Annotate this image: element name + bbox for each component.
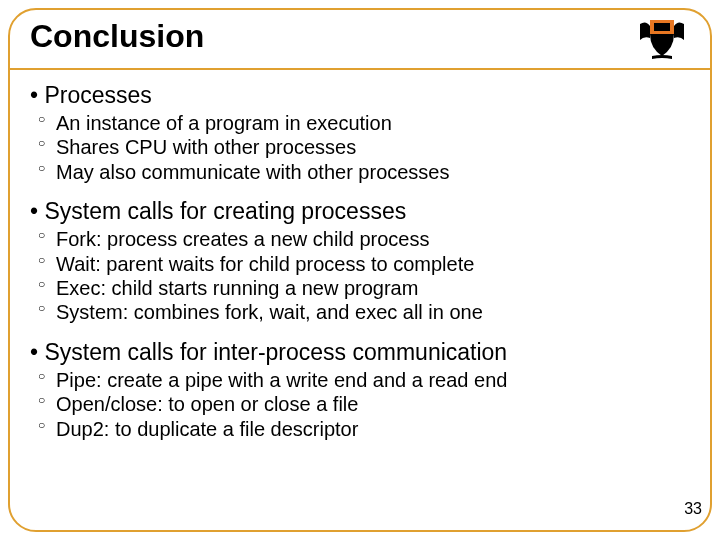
bullet-item: System: combines fork, wait, and exec al… [30, 300, 690, 324]
bullet-item: May also communicate with other processe… [30, 160, 690, 184]
bullet-item: An instance of a program in execution [30, 111, 690, 135]
section-heading: System calls for inter-process communica… [30, 339, 690, 366]
section-heading: System calls for creating processes [30, 198, 690, 225]
bullet-item: Wait: parent waits for child process to … [30, 252, 690, 276]
page-number: 33 [684, 500, 702, 518]
section-heading: Processes [30, 82, 690, 109]
title-divider [10, 68, 710, 70]
section-processes: Processes An instance of a program in ex… [30, 82, 690, 184]
slide-content: Processes An instance of a program in ex… [30, 82, 690, 455]
bullet-item: Shares CPU with other processes [30, 135, 690, 159]
bullet-item: Open/close: to open or close a file [30, 392, 690, 416]
svg-rect-0 [654, 23, 670, 31]
bullet-item: Exec: child starts running a new program [30, 276, 690, 300]
bullet-item: Pipe: create a pipe with a write end and… [30, 368, 690, 392]
section-creating-processes: System calls for creating processes Fork… [30, 198, 690, 325]
bullet-item: Fork: process creates a new child proces… [30, 227, 690, 251]
bullet-item: Dup2: to duplicate a file descriptor [30, 417, 690, 441]
slide-title: Conclusion [30, 18, 204, 55]
princeton-shield-logo [632, 14, 692, 62]
section-ipc: System calls for inter-process communica… [30, 339, 690, 441]
